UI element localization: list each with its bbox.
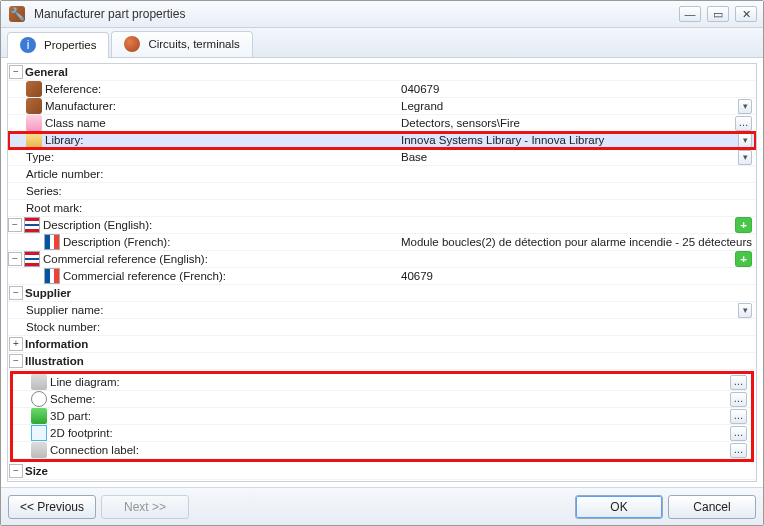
row-article[interactable]: Article number: — [8, 166, 756, 183]
line-diagram-browse-button[interactable]: … — [730, 375, 747, 390]
3d-part-browse-button[interactable]: … — [730, 409, 747, 424]
flag-fr-icon-2 — [44, 268, 60, 284]
row-manufacturer[interactable]: Manufacturer: Legrand ▾ — [8, 98, 756, 115]
close-button[interactable]: ✕ — [735, 6, 757, 22]
row-stock[interactable]: Stock number: — [8, 319, 756, 336]
section-information: + Information — [8, 336, 756, 353]
flag-en-icon-2 — [24, 251, 40, 267]
comref-add-button[interactable]: + — [735, 251, 752, 267]
library-label: Library: — [45, 134, 83, 146]
illustration-group-highlight: Line diagram: … Scheme: … 3D part: … 2D … — [10, 371, 754, 462]
manufacturer-label: Manufacturer: — [45, 100, 116, 112]
class-label: Class name — [45, 117, 106, 129]
series-label: Series: — [26, 185, 62, 197]
circuits-icon — [124, 36, 140, 52]
comref-fr-label: Commercial reference (French): — [63, 270, 226, 282]
previous-button[interactable]: << Previous — [8, 495, 96, 519]
library-icon — [26, 132, 42, 148]
expander-general[interactable]: − — [9, 65, 23, 79]
row-scheme[interactable]: Scheme: … — [13, 391, 751, 408]
ok-button[interactable]: OK — [575, 495, 663, 519]
maximize-button[interactable]: ▭ — [707, 6, 729, 22]
row-library[interactable]: Library: Innova Systems Library - Innova… — [8, 132, 756, 149]
row-reference[interactable]: Reference: 040679 — [8, 81, 756, 98]
section-supplier: − Supplier — [8, 285, 756, 302]
row-classname[interactable]: Class name Detectors, sensors\Fire … — [8, 115, 756, 132]
dialog-window: 🔧 Manufacturer part properties — ▭ ✕ i P… — [0, 0, 764, 526]
tab-circuits[interactable]: Circuits, terminals — [111, 31, 252, 57]
cancel-button[interactable]: Cancel — [668, 495, 756, 519]
property-grid[interactable]: − General Reference: 040679 Manufacturer… — [7, 63, 757, 482]
row-2d-footprint[interactable]: 2D footprint: … — [13, 425, 751, 442]
section-information-title: Information — [25, 338, 88, 350]
row-desc-en[interactable]: −Description (English): + — [8, 217, 756, 234]
row-3d-part[interactable]: 3D part: … — [13, 408, 751, 425]
section-illustration: − Illustration — [8, 353, 756, 370]
desc-fr-value: Module boucles(2) de détection pour alar… — [401, 236, 752, 248]
scheme-label: Scheme: — [50, 393, 95, 405]
section-size: − Size — [8, 463, 756, 480]
expander-desc[interactable]: − — [8, 218, 22, 232]
dialog-footer: << Previous Next >> OK Cancel — [1, 487, 763, 525]
library-value: Innova Systems Library - Innova Library — [401, 134, 604, 146]
app-icon: 🔧 — [9, 6, 25, 22]
title-bar: 🔧 Manufacturer part properties — ▭ ✕ — [1, 1, 763, 28]
row-line-diagram[interactable]: Line diagram: … — [13, 374, 751, 391]
tab-bar: i Properties Circuits, terminals — [1, 28, 763, 58]
scheme-browse-button[interactable]: … — [730, 392, 747, 407]
row-connection-label[interactable]: Connection label: … — [13, 442, 751, 459]
class-value: Detectors, sensors\Fire — [401, 117, 520, 129]
connection-label-icon — [31, 442, 47, 458]
class-icon — [26, 115, 42, 131]
desc-add-button[interactable]: + — [735, 217, 752, 233]
info-icon: i — [20, 37, 36, 53]
2d-footprint-icon — [31, 425, 47, 441]
3d-part-icon — [31, 408, 47, 424]
tab-properties[interactable]: i Properties — [7, 32, 109, 58]
comref-en-label: Commercial reference (English): — [43, 253, 208, 265]
expander-information[interactable]: + — [9, 337, 23, 351]
stock-label: Stock number: — [26, 321, 100, 333]
expander-supplier[interactable]: − — [9, 286, 23, 300]
library-dropdown[interactable]: ▾ — [738, 133, 752, 148]
row-rootmark[interactable]: Root mark: — [8, 200, 756, 217]
desc-en-label: Description (English): — [43, 219, 152, 231]
content-outer: − General Reference: 040679 Manufacturer… — [1, 58, 763, 487]
connection-label-label: Connection label: — [50, 444, 139, 456]
row-width[interactable]: Width (mm): 0 — [8, 480, 756, 482]
section-general-title: General — [25, 66, 68, 78]
2d-footprint-label: 2D footprint: — [50, 427, 113, 439]
class-browse-button[interactable]: … — [735, 116, 752, 131]
row-supplier-name[interactable]: Supplier name: ▾ — [8, 302, 756, 319]
next-button: Next >> — [101, 495, 189, 519]
supplier-name-label: Supplier name: — [26, 304, 103, 316]
type-label: Type: — [26, 151, 54, 163]
type-value: Base — [401, 151, 427, 163]
tab-properties-label: Properties — [44, 39, 96, 51]
manufacturer-dropdown[interactable]: ▾ — [738, 99, 752, 114]
row-series[interactable]: Series: — [8, 183, 756, 200]
type-dropdown[interactable]: ▾ — [738, 150, 752, 165]
tab-circuits-label: Circuits, terminals — [148, 38, 239, 50]
row-type[interactable]: Type: Base ▾ — [8, 149, 756, 166]
row-comref-en[interactable]: −Commercial reference (English): + — [8, 251, 756, 268]
connection-label-browse-button[interactable]: … — [730, 443, 747, 458]
flag-en-icon — [24, 217, 40, 233]
scheme-icon — [31, 391, 47, 407]
comref-fr-value: 40679 — [401, 270, 433, 282]
flag-fr-icon — [44, 234, 60, 250]
section-size-title: Size — [25, 465, 48, 477]
manufacturer-icon — [26, 98, 42, 114]
expander-comref[interactable]: − — [8, 252, 22, 266]
line-diagram-icon — [31, 374, 47, 390]
row-desc-fr[interactable]: Description (French): Module boucles(2) … — [8, 234, 756, 251]
supplier-dropdown[interactable]: ▾ — [738, 303, 752, 318]
expander-illustration[interactable]: − — [9, 354, 23, 368]
minimize-button[interactable]: — — [679, 6, 701, 22]
section-illustration-title: Illustration — [25, 355, 84, 367]
row-comref-fr[interactable]: Commercial reference (French): 40679 — [8, 268, 756, 285]
reference-icon — [26, 81, 42, 97]
expander-size[interactable]: − — [9, 464, 23, 478]
article-label: Article number: — [26, 168, 103, 180]
2d-footprint-browse-button[interactable]: … — [730, 426, 747, 441]
